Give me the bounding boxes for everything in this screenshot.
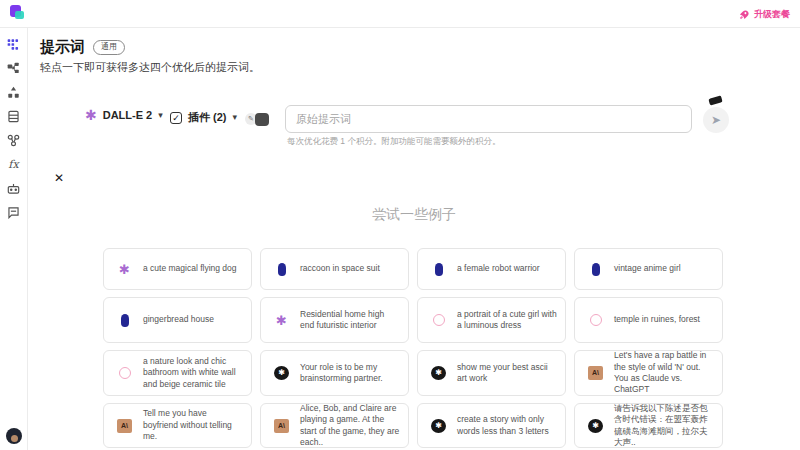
page-header: 提示词 通用 bbox=[40, 38, 125, 57]
auto-optimize-toggle[interactable]: ✎︎ bbox=[245, 112, 272, 126]
example-card[interactable]: vintage anime girl bbox=[574, 248, 723, 290]
model-select-label: DALL-E 2 bbox=[103, 109, 153, 121]
sidebar-item-data[interactable] bbox=[7, 110, 21, 123]
example-card[interactable]: Tell me you have boyfriend without telli… bbox=[103, 403, 252, 448]
plugins-checkbox[interactable]: ✓ bbox=[170, 112, 182, 124]
toggle-knob bbox=[255, 113, 269, 126]
example-cards-grid: a cute magical flying dog raccoon in spa… bbox=[103, 248, 723, 448]
sidebar-item-hierarchy[interactable] bbox=[7, 86, 21, 99]
example-card-text: a nature look and chic bathroom with whi… bbox=[143, 356, 243, 390]
sd-icon bbox=[588, 263, 603, 276]
user-avatar[interactable] bbox=[6, 428, 22, 444]
example-card[interactable]: a cute magical flying dog bbox=[103, 248, 252, 290]
page-subtitle: 轻点一下即可获得多达四个优化后的提示词。 bbox=[40, 60, 260, 75]
example-card-text: Your role is to be my brainstorming part… bbox=[300, 362, 400, 385]
example-card[interactable]: Residential home high end futuristic int… bbox=[260, 297, 409, 343]
pink-circle-icon bbox=[588, 314, 603, 326]
logo-teal-shape bbox=[15, 11, 24, 19]
title-badge: 通用 bbox=[93, 40, 125, 54]
chevron-down-icon: ▾ bbox=[158, 111, 163, 120]
openai-black-icon bbox=[431, 366, 446, 380]
sidebar-item-chat[interactable] bbox=[7, 206, 21, 219]
example-card-text: show me your best ascii art work bbox=[457, 362, 557, 385]
example-card[interactable]: Your role is to be my brainstorming part… bbox=[260, 350, 409, 396]
example-card[interactable]: temple in ruines, forest bbox=[574, 297, 723, 343]
promptperfect-logo[interactable] bbox=[9, 5, 27, 23]
example-card-text: create a story with only words less than… bbox=[457, 414, 557, 437]
model-select-dropdown[interactable]: ✱ DALL-E 2 ▾ bbox=[85, 108, 163, 122]
sidebar-item-integrations[interactable] bbox=[7, 134, 21, 147]
example-card[interactable]: a nature look and chic bathroom with whi… bbox=[103, 350, 252, 396]
upgrade-plan-button[interactable]: 升级套餐 bbox=[739, 0, 790, 28]
example-card-text: temple in ruines, forest bbox=[614, 314, 700, 325]
pink-circle-icon bbox=[431, 314, 446, 326]
integrations-icon bbox=[7, 134, 20, 147]
openai-black-icon bbox=[431, 419, 446, 433]
main-content: 提示词 通用 轻点一下即可获得多达四个优化后的提示词。 ✱ DALL-E 2 ▾… bbox=[28, 28, 800, 450]
example-card-text: Residential home high end futuristic int… bbox=[300, 309, 400, 332]
example-card-text: a female robot warrior bbox=[457, 263, 540, 274]
functions-icon: fx bbox=[8, 159, 18, 170]
sd-icon bbox=[274, 263, 289, 276]
example-card[interactable]: show me your best ascii art work bbox=[417, 350, 566, 396]
example-card[interactable]: raccoon in space suit bbox=[260, 248, 409, 290]
sidebar-item-agents[interactable] bbox=[7, 182, 21, 195]
pro-flag-icon bbox=[708, 95, 722, 105]
example-card-text: raccoon in space suit bbox=[300, 263, 380, 274]
upgrade-plan-label: 升级套餐 bbox=[754, 8, 790, 21]
example-card-text: Let's have a rap battle in the style of … bbox=[614, 350, 714, 396]
sidebar-item-flows[interactable] bbox=[7, 62, 21, 75]
openai-purple-icon bbox=[117, 263, 132, 276]
example-card-text: 请告诉我以下陈述是否包含时代错误：在盟军轰炸硫磺岛海滩期间，拉尔夫大声.. bbox=[614, 403, 714, 449]
example-card[interactable]: Alice, Bob, and Claire are playing a gam… bbox=[260, 403, 409, 448]
optimize-send-button[interactable]: ➤ bbox=[703, 107, 729, 133]
openai-purple-icon bbox=[274, 314, 289, 327]
database-icon bbox=[7, 110, 20, 123]
chat-icon bbox=[7, 206, 20, 219]
topbar: 升级套餐 bbox=[0, 0, 800, 28]
hierarchy-icon bbox=[7, 86, 20, 99]
openai-black-icon bbox=[274, 366, 289, 380]
plugins-dropdown[interactable]: ✓ 插件 (2) ▾ bbox=[170, 110, 237, 125]
anthropic-icon bbox=[117, 419, 132, 433]
page-title: 提示词 bbox=[40, 38, 85, 57]
example-card-text: Tell me you have boyfriend without telli… bbox=[143, 408, 243, 442]
close-examples-button[interactable]: ✕ bbox=[51, 170, 67, 186]
example-card[interactable]: Let's have a rap battle in the style of … bbox=[574, 350, 723, 396]
example-card[interactable]: 请告诉我以下陈述是否包含时代错误：在盟军轰炸硫磺岛海滩期间，拉尔夫大声.. bbox=[574, 403, 723, 448]
app-window: 升级套餐 bbox=[0, 0, 800, 450]
credits-helper-text: 每次优化花费 1 个积分。附加功能可能需要额外的积分。 bbox=[287, 136, 500, 148]
flow-icon bbox=[7, 62, 20, 75]
rocket-icon bbox=[739, 9, 750, 20]
example-card-text: vintage anime girl bbox=[614, 263, 681, 274]
sd-icon bbox=[117, 314, 132, 327]
examples-heading: 尝试一些例子 bbox=[28, 206, 800, 224]
robot-icon bbox=[7, 182, 20, 195]
prompt-input[interactable] bbox=[285, 105, 692, 133]
example-card-text: gingerbread house bbox=[143, 314, 214, 325]
example-card-text: a cute magical flying dog bbox=[143, 263, 237, 274]
send-arrow-icon: ➤ bbox=[711, 113, 721, 127]
sidebar-item-prompts[interactable] bbox=[7, 38, 21, 51]
sidebar-item-functions[interactable]: fx bbox=[7, 158, 21, 171]
example-card[interactable]: a female robot warrior bbox=[417, 248, 566, 290]
example-card[interactable]: gingerbread house bbox=[103, 297, 252, 343]
pink-circle-icon bbox=[117, 367, 132, 379]
prompts-icon bbox=[7, 38, 20, 51]
chevron-down-icon: ▾ bbox=[233, 113, 238, 122]
openai-black-icon bbox=[588, 419, 603, 433]
example-card-text: a portrait of a cute girl with a luminou… bbox=[457, 309, 557, 332]
example-card-text: Alice, Bob, and Claire are playing a gam… bbox=[300, 403, 400, 449]
sidebar: fx bbox=[0, 28, 28, 450]
openai-swirl-icon: ✱ bbox=[85, 108, 97, 122]
plugins-label: 插件 (2) bbox=[188, 110, 227, 125]
sd-icon bbox=[431, 263, 446, 276]
anthropic-icon bbox=[274, 419, 289, 433]
example-card[interactable]: a portrait of a cute girl with a luminou… bbox=[417, 297, 566, 343]
example-card[interactable]: create a story with only words less than… bbox=[417, 403, 566, 448]
anthropic-icon bbox=[588, 366, 603, 380]
